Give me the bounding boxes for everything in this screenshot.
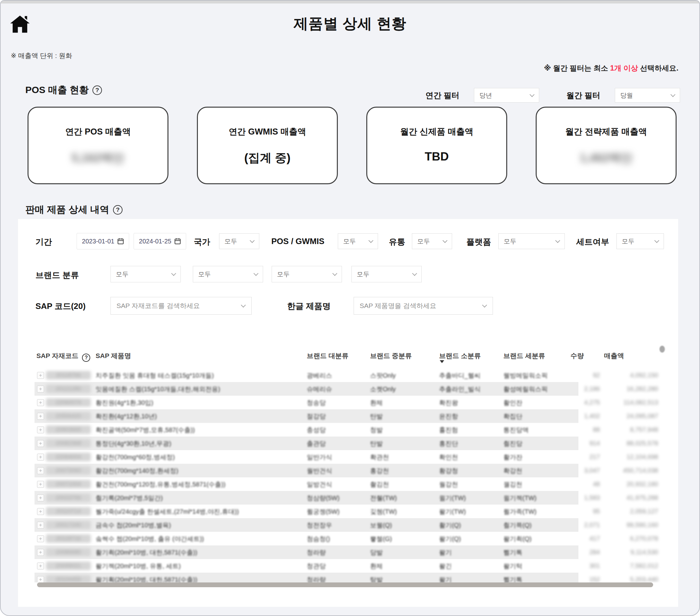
col-header-brand-l4[interactable]: 브랜드 세분류 [503,351,545,360]
brand-select-1[interactable]: 모두 [111,266,181,282]
kpi-cards: 연간 POS 매출액 5,162백만 연간 GWMIS 매출액 (집계 중) 월… [27,107,677,184]
country-select[interactable]: 모두 [219,233,259,249]
col-header-brand-l1[interactable]: 브랜드 대분류 [307,351,349,360]
product-name-cell-blurred: 퐐기젝(20ml*10병, 유통, 세트) [96,562,181,570]
sap-code-label: SAP 코드(20) [36,301,86,312]
brand-select-1-value: 모두 [116,270,128,279]
kpi-card-title: 월간 신제품 매출액 [367,126,506,137]
expand-row-button[interactable]: + [37,535,44,542]
brand-l1-cell-blurred: 광베리스 [307,371,332,380]
qty-cell-blurred: 217 [589,453,600,461]
month-filter-value: 당월 [620,91,633,100]
pos-gwmis-select[interactable]: 모두 [338,233,378,249]
expand-row-button[interactable]: + [37,576,44,582]
qty-cell-blurred: 95 [593,508,600,515]
table-row: + 20023766 췰기록(20ml*7병,5일간) 청삼량(5W) 전췔(T… [18,491,678,505]
set-select-value: 모두 [622,237,635,246]
brand-select-2[interactable]: 모두 [193,266,263,282]
qty-cell-blurred: 417 [589,535,600,542]
product-name-cell-blurred: 통정단(4g*30환,10년,무광) [96,439,171,448]
expand-row-button[interactable]: + [37,386,44,392]
brand-l4-cell-blurred: 활성메릴워스픽 [503,385,548,393]
help-circle-icon[interactable]: ? [82,354,90,362]
brand-l1-cell-blurred: 청라량 [307,548,326,557]
sap-code-cell-blurred: 20071004 [46,480,91,488]
sap-code-cell-blurred: 20086680 [46,548,91,556]
brand-l3-cell-blurred: 홍진단 [439,439,458,448]
brand-l2-cell-blurred: 탕발 [370,576,383,582]
product-name-cell-blurred: 활건천(700mg*120정,유통,병세정,5871(수출)) [96,480,225,489]
expand-row-button[interactable]: + [37,440,44,447]
app-window: 제품별 상세 현황 ※ 매출액 단위 : 원화 ※ 월간 필터는 최소 1개 이… [0,0,700,616]
brand-l2-cell-blurred: 환제 [370,399,383,407]
expand-row-button[interactable]: + [37,399,44,406]
expand-row-button[interactable]: + [37,467,44,474]
col-header-product-name[interactable]: SAP 제품명 [96,351,131,360]
brand-select-4[interactable]: 모두 [351,266,422,282]
expand-row-button[interactable]: + [37,372,44,379]
expand-row-button[interactable]: + [37,413,44,420]
qty-cell-blurred: 2,186 [584,385,600,392]
date-from-input[interactable]: 2023-01-01 [77,233,129,249]
table-row: + 20099021 퐐기젝(20ml*10병, 유통, 세트) 청관당 환제 … [18,559,678,573]
brand-l3-cell-blurred: 윤진항 [439,412,458,421]
chevron-down-icon [241,303,246,308]
table-row: + 20071004 활건천(700mg*120정,유통,병세정,5871(수출… [18,477,678,491]
qty-cell-blurred: 284 [589,549,600,556]
brand-l3-cell-blurred: 활기(Q) [439,521,461,530]
expand-row-button[interactable]: + [37,494,44,501]
col-header-sap-code[interactable]: SAP 자재코드 ? [36,351,90,362]
month-filter-select[interactable]: 당월 [615,88,680,103]
distribution-select[interactable]: 모두 [412,233,452,249]
qty-cell-blurred: 1,583 [584,494,600,501]
col-header-qty[interactable]: 수량 [571,351,584,360]
expand-row-button[interactable]: + [37,481,44,488]
help-circle-icon[interactable]: ? [92,86,102,95]
table-row: + 20110714 붤가죽(u/24cgy출 한셀세트,(27ml*14병,야… [18,505,678,518]
chevron-down-icon [671,92,676,97]
brand-l3-cell-blurred: 추출라인_빌식 [439,385,480,393]
col-header-amount[interactable]: 매출액 [604,351,624,360]
brand-select-3-value: 모두 [277,270,290,279]
kpi-card-title: 연간 POS 매출액 [28,126,167,137]
unit-note: ※ 매출액 단위 : 원화 [11,51,72,60]
sap-code-cell-blurred: 20556420 [46,412,91,420]
brand-l3-cell-blurred: 윌기(TW) [439,494,466,502]
year-filter-select[interactable]: 당년 [474,88,539,103]
expand-row-button[interactable]: + [37,549,44,556]
expand-row-button[interactable]: + [37,508,44,515]
brand-l4-cell-blurred: 쀨기톡 [503,548,522,557]
pos-gwmis-select-value: 모두 [343,237,356,246]
amount-cell-blurred: 5,203,440 [630,576,658,582]
sap-code-cell-blurred: 22064004 [46,453,91,461]
col-header-brand-l3[interactable]: 브랜드 소분류 [439,351,481,360]
brand-select-3[interactable]: 모두 [272,266,342,282]
product-name-cell-blurred: 잇몸에질환 스켈(15g*10개들,대한,해외전용) [96,385,220,393]
vertical-scrollbar[interactable] [660,346,665,353]
kor-name-search-placeholder: SAP 제품명을 검색하세요 [360,301,436,310]
amount-cell-blurred: 99,590,160 [627,521,658,529]
sap-code-search-placeholder: SAP 자재코드를 검색하세요 [116,301,200,310]
product-name-cell-blurred: 확진환(4g*12환,10년) [96,412,157,421]
expand-row-button[interactable]: + [37,426,44,433]
sap-code-search[interactable]: SAP 자재코드를 검색하세요 [111,297,252,315]
platform-select[interactable]: 모두 [498,233,565,249]
brand-l1-cell-blurred: 청전장우 [307,521,332,530]
set-select[interactable]: 모두 [616,233,664,249]
kor-name-search[interactable]: SAP 제품명을 검색하세요 [354,297,493,315]
filter-note-prefix: ※ 월간 필터는 최소 [544,64,610,72]
brand-l3-cell-blurred: 휼진험 [439,426,458,434]
date-to-input[interactable]: 2024-01-25 [134,233,186,249]
expand-row-button[interactable]: + [37,563,44,569]
help-circle-icon[interactable]: ? [113,205,123,215]
sap-code-cell-blurred: 20903665 [46,425,91,434]
expand-row-button[interactable]: + [37,454,44,461]
expand-row-button[interactable]: + [37,522,44,529]
monthly-filter-note: ※ 월간 필터는 최소 1개 이상 선택하세요. [544,63,678,73]
detail-panel: 기간 2023-01-01 2024-01-25 국가 모두 POS / GWM… [18,219,678,607]
col-header-brand-l2[interactable]: 브랜드 중분류 [370,351,412,360]
qty-cell-blurred: 88 [593,426,600,433]
amount-cell-blurred: 2,059,127 [630,508,658,515]
calendar-icon [117,238,124,244]
horizontal-scrollbar[interactable] [37,582,653,587]
